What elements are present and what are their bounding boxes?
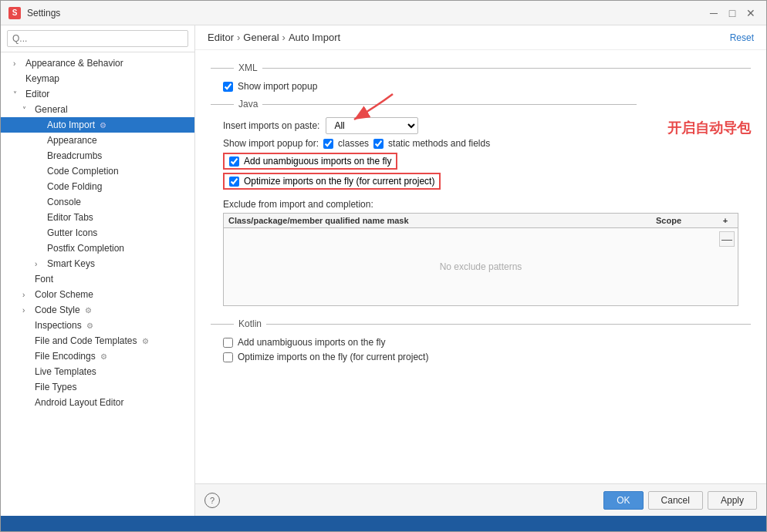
exclude-table-body: No exclude patterns — [224,228,738,305]
sidebar-item-editor-tabs[interactable]: Editor Tabs [1,210,194,225]
settings-icon: ⚙ [100,352,107,361]
settings-content: XML Show import popup Java Insert import… [195,50,766,483]
chevron-right-icon: › [35,260,44,268]
no-patterns-message: No exclude patterns [440,261,522,272]
show-import-popup-checkbox[interactable] [223,82,233,92]
optimize-imports-checkbox[interactable] [229,177,239,187]
optimize-imports-label: Optimize imports on the fly (for current… [244,176,434,187]
settings-icon: ⚙ [142,337,149,345]
reset-link[interactable]: Reset [730,32,754,43]
show-import-static-checkbox[interactable] [373,139,384,149]
exclude-table-actions: — [719,231,735,247]
sidebar-item-file-encodings[interactable]: File Encodings ⚙ [1,348,194,364]
insert-imports-select[interactable]: All Ask None [326,117,418,134]
xml-section-label: XML [211,62,751,73]
kotlin-optimize-imports-label: Optimize imports on the fly (for current… [238,352,428,362]
chevron-right-icon: › [13,59,22,68]
search-box [1,25,194,52]
sidebar-item-file-code-templates[interactable]: File and Code Templates ⚙ [1,333,194,348]
add-unambiguous-container: Add unambiguous imports on the fly [223,153,637,170]
optimize-imports-highlighted: Optimize imports on the fly (for current… [223,173,441,190]
show-import-popup-row: Show import popup [223,81,751,92]
add-unambiguous-label: Add unambiguous imports on the fly [244,156,391,167]
sidebar: › Appearance & Behavior Keymap ˅ Editor … [1,25,195,516]
sidebar-item-color-scheme[interactable]: › Color Scheme [1,287,194,302]
settings-icon: ⚙ [85,306,92,315]
exclude-col-scope: Scope [656,216,718,225]
sidebar-item-keymap[interactable]: Keymap [1,71,194,86]
show-import-classes-checkbox[interactable] [323,139,333,149]
show-import-classes-label: classes [338,138,369,149]
exclude-table: Class/package/member qualified name mask… [223,213,738,306]
breadcrumb-bar: Editor › General › Auto Import Reset [195,25,766,50]
help-button[interactable]: ? [204,493,220,508]
sidebar-item-android-layout-editor[interactable]: Android Layout Editor [1,395,194,410]
insert-imports-label: Insert imports on paste: [223,120,319,131]
insert-imports-row: Insert imports on paste: All Ask None [223,117,637,134]
window-title: Settings [27,8,60,19]
exclude-label: Exclude from import and completion: [223,199,751,210]
ok-button[interactable]: OK [603,491,643,510]
add-unambiguous-checkbox[interactable] [229,157,239,167]
kotlin-optimize-imports-row: Optimize imports on the fly (for current… [223,352,751,362]
sidebar-item-console[interactable]: Console [1,194,194,210]
java-section-container: Java Insert imports on paste: All Ask No… [211,96,751,193]
kotlin-optimize-imports-checkbox[interactable] [223,352,233,362]
add-icon[interactable]: + [723,216,728,225]
status-bar [1,516,766,531]
kotlin-add-unambiguous-row: Add unambiguous imports on the fly [223,337,751,348]
sidebar-item-smart-keys[interactable]: › Smart Keys [1,256,194,271]
settings-icon: ⚙ [86,322,93,330]
java-section: Java Insert imports on paste: All Ask No… [211,96,637,193]
show-import-popup-label: Show import popup [238,81,317,92]
bottom-bar: ? OK Cancel Apply [195,483,766,516]
sidebar-item-appearance-behavior[interactable]: › Appearance & Behavior [1,56,194,71]
app-icon: S [8,7,21,19]
kotlin-section: Kotlin Add unambiguous imports on the fl… [211,318,751,362]
search-input[interactable] [7,30,188,47]
settings-window: S Settings ─ □ ✕ › Appearance & Behavior [0,0,767,532]
title-bar-left: S Settings [8,7,60,19]
sidebar-item-breadcrumbs[interactable]: Breadcrumbs [1,148,194,163]
breadcrumb: Editor › General › Auto Import [208,32,340,43]
breadcrumb-sep2: › [282,32,286,43]
sidebar-item-code-style[interactable]: › Code Style ⚙ [1,302,194,318]
chinese-annotation: 开启自动导包 [667,119,751,137]
breadcrumb-auto-import: Auto Import [289,32,340,43]
sidebar-item-font[interactable]: Font [1,271,194,287]
bottom-right: OK Cancel Apply [603,491,757,510]
sidebar-item-code-completion[interactable]: Code Completion [1,163,194,179]
sidebar-item-general[interactable]: ˅ General [1,102,194,117]
chevron-right-icon: › [22,291,32,299]
show-import-static-label: static methods and fields [388,138,490,149]
title-bar: S Settings ─ □ ✕ [1,1,766,25]
sidebar-item-code-folding[interactable]: Code Folding [1,179,194,194]
apply-button[interactable]: Apply [708,491,757,510]
sidebar-item-file-types[interactable]: File Types [1,379,194,395]
exclude-table-header: Class/package/member qualified name mask… [224,214,738,228]
breadcrumb-general: General [243,32,279,43]
main-content: › Appearance & Behavior Keymap ˅ Editor … [1,25,766,516]
chevron-right-icon: › [22,306,32,315]
sidebar-item-postfix-completion[interactable]: Postfix Completion [1,241,194,256]
chevron-down-icon: ˅ [22,106,32,114]
kotlin-add-unambiguous-checkbox[interactable] [223,338,233,348]
tree: › Appearance & Behavior Keymap ˅ Editor … [1,52,194,516]
sidebar-item-live-templates[interactable]: Live Templates [1,364,194,379]
close-button[interactable]: ✕ [743,5,759,21]
window-controls: ─ □ ✕ [706,5,759,21]
sidebar-item-editor[interactable]: ˅ Editor [1,86,194,102]
cancel-button[interactable]: Cancel [648,491,703,510]
sidebar-item-gutter-icons[interactable]: Gutter Icons [1,225,194,241]
remove-pattern-button[interactable]: — [719,231,735,247]
optimize-imports-container: Optimize imports on the fly (for current… [223,173,637,190]
minimize-button[interactable]: ─ [706,5,721,21]
kotlin-add-unambiguous-label: Add unambiguous imports on the fly [238,337,385,348]
sidebar-item-inspections[interactable]: Inspections ⚙ [1,318,194,333]
maximize-button[interactable]: □ [725,5,740,21]
sidebar-item-appearance[interactable]: Appearance [1,133,194,148]
breadcrumb-editor: Editor [208,32,234,43]
chevron-down-icon: ˅ [13,90,22,99]
sidebar-item-auto-import[interactable]: Auto Import ⚙ [1,117,194,133]
add-unambiguous-highlighted: Add unambiguous imports on the fly [223,153,397,170]
